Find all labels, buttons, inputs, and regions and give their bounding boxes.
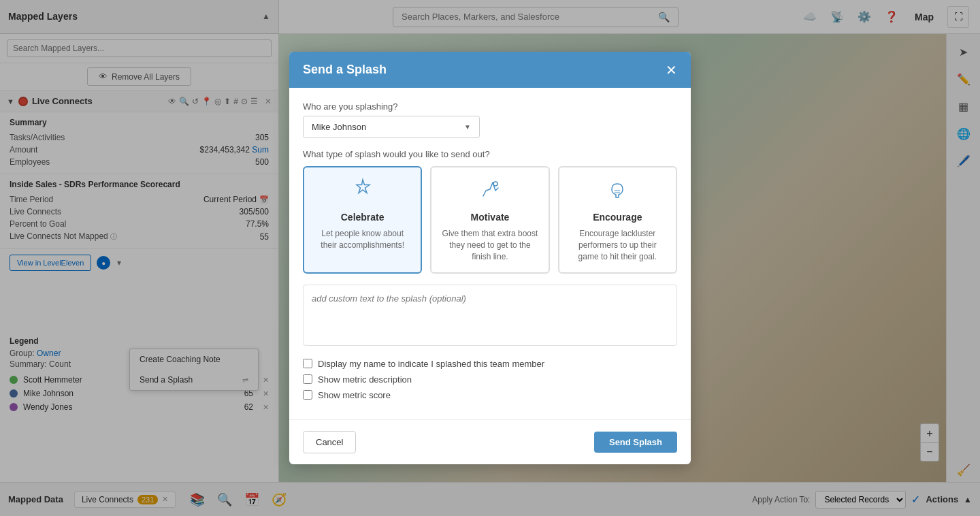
modal-close-button[interactable]: ✕ [666,63,677,77]
checkbox-row-1: Show metric description [303,374,677,385]
motivate-desc: Give them that extra boost they need to … [440,228,540,262]
encourage-card[interactable]: Encourage Encourage lackluster performer… [558,166,677,273]
modal-overlay: Send a Splash ✕ Who are you splashing? M… [0,0,980,516]
type-label: What type of splash would you like to se… [303,149,677,159]
who-dropdown[interactable]: Mike Johnson ▼ [303,116,480,138]
send-splash-modal: Send a Splash ✕ Who are you splashing? M… [289,52,691,464]
encourage-icon [568,177,668,206]
checkbox-row-0: Display my name to indicate I splashed t… [303,359,677,369]
checkbox-row-2: Show metric score [303,390,677,400]
modal-footer: Cancel Send Splash [289,419,691,464]
motivate-card[interactable]: Motivate Give them that extra boost they… [430,166,549,273]
who-label: Who are you splashing? [303,101,677,112]
custom-text-input[interactable] [303,285,677,346]
display-name-checkbox[interactable] [303,359,312,368]
encourage-title: Encourage [568,212,668,223]
svg-point-1 [493,182,497,186]
who-dropdown-arrow: ▼ [464,123,471,131]
encourage-desc: Encourage lackluster performers to up th… [568,228,668,262]
show-metric-score-checkbox[interactable] [303,390,312,400]
show-metric-desc-checkbox[interactable] [303,374,312,384]
motivate-title: Motivate [440,212,540,223]
send-splash-button[interactable]: Send Splash [594,432,677,453]
modal-header: Send a Splash ✕ [289,52,691,88]
who-value: Mike Johnson [312,122,366,132]
celebrate-card[interactable]: Celebrate Let people know about their ac… [303,166,422,273]
motivate-icon [440,177,540,206]
cancel-button[interactable]: Cancel [303,431,356,453]
display-name-label[interactable]: Display my name to indicate I splashed t… [318,359,544,369]
show-metric-desc-label[interactable]: Show metric description [318,374,412,385]
celebrate-desc: Let people know about their accomplishme… [312,228,412,251]
modal-title: Send a Splash [303,63,387,77]
splash-types: Celebrate Let people know about their ac… [303,166,677,273]
show-metric-score-label[interactable]: Show metric score [318,390,391,400]
celebrate-icon [312,177,412,206]
modal-body: Who are you splashing? Mike Johnson ▼ Wh… [289,88,691,419]
celebrate-title: Celebrate [312,212,412,223]
